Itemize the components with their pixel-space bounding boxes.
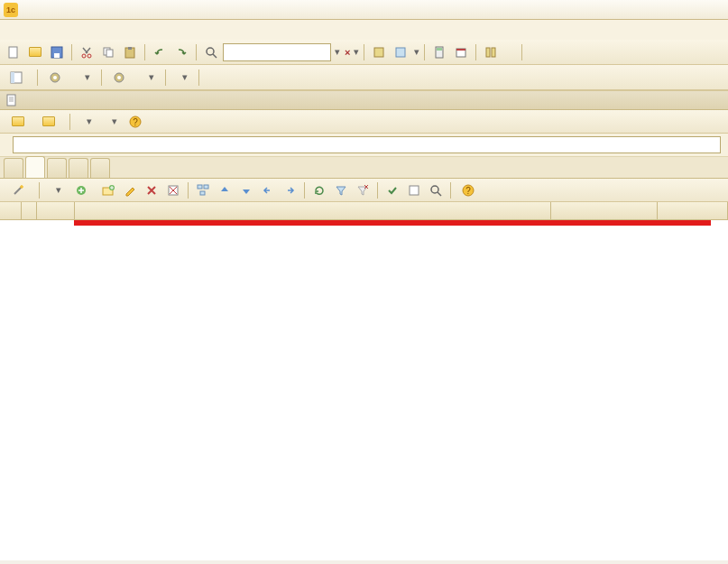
find-icon[interactable] [201, 42, 221, 62]
svg-rect-35 [410, 186, 419, 195]
col-selection-method[interactable] [658, 202, 728, 219]
help-icon: ? [462, 184, 475, 197]
mark-icon[interactable] [163, 180, 183, 200]
move-down-icon[interactable] [236, 180, 256, 200]
search-dropdown-icon[interactable]: ▾ [335, 46, 340, 58]
add-icon [76, 185, 87, 196]
menu-edit[interactable] [18, 28, 29, 32]
level-down-icon[interactable] [280, 180, 299, 200]
undo-icon[interactable] [150, 42, 170, 62]
tool-a-icon[interactable] [369, 42, 389, 62]
svg-rect-34 [200, 191, 205, 195]
save-rules-button[interactable] [5, 112, 34, 132]
menu-bar [0, 20, 728, 40]
new-icon[interactable] [4, 42, 23, 62]
folder-open-icon [42, 116, 55, 126]
svg-point-36 [431, 186, 438, 193]
paste-icon[interactable] [120, 42, 140, 62]
menu-service[interactable] [56, 28, 67, 32]
main-toolbar: ▾ × ▾ ▾ [0, 40, 728, 65]
help-icon[interactable]: ? [125, 112, 145, 132]
svg-rect-16 [456, 49, 465, 51]
document-toolbar: ▾ ▾ ? [0, 110, 728, 134]
svg-point-22 [53, 76, 57, 79]
hierarchy-icon[interactable] [193, 180, 213, 200]
col-tree[interactable] [22, 202, 38, 219]
calc-icon[interactable] [429, 42, 449, 62]
find-row-icon[interactable] [426, 180, 446, 200]
app-logo-icon: 1c [4, 3, 18, 17]
gear-icon [49, 71, 61, 84]
svg-rect-12 [396, 48, 405, 57]
svg-rect-2 [54, 53, 60, 58]
doc-service-button[interactable]: ▾ [100, 112, 124, 132]
exchange-rules-button[interactable]: ▾ [73, 68, 97, 88]
search-clear-icon[interactable]: × [345, 47, 350, 58]
setup-reg-rules-button[interactable] [106, 68, 135, 88]
tab-cleanup-rules[interactable] [69, 158, 88, 178]
svg-rect-17 [486, 48, 490, 57]
actions-button[interactable]: ▾ [44, 180, 68, 200]
refresh-icon[interactable] [309, 180, 329, 200]
col-marker[interactable] [0, 202, 22, 219]
svg-rect-25 [7, 95, 15, 106]
tab-algorithms-queries[interactable] [90, 158, 110, 178]
cut-icon[interactable] [77, 42, 97, 62]
wand-icon [12, 184, 24, 197]
menu-help[interactable] [81, 28, 92, 32]
tab-object-conversion-rules[interactable] [4, 158, 23, 178]
move-up-icon[interactable] [215, 180, 235, 200]
search-input[interactable] [223, 43, 331, 61]
svg-text:?: ? [465, 186, 471, 196]
filter-icon[interactable] [331, 180, 351, 200]
grid-header [0, 202, 728, 220]
menu-windows[interactable] [69, 28, 79, 32]
clear-filter-icon[interactable] [353, 180, 373, 200]
load-rules-button[interactable] [36, 112, 65, 132]
menu-catalogs[interactable] [43, 28, 54, 32]
add-button[interactable] [69, 180, 97, 200]
document-header [0, 90, 728, 110]
menu-file[interactable] [5, 28, 16, 32]
conversion-input[interactable] [13, 136, 721, 153]
level-up-icon[interactable] [258, 180, 278, 200]
setup-exchange-rules-button[interactable] [42, 68, 71, 88]
svg-rect-6 [106, 50, 113, 57]
panel-functions-button[interactable] [4, 68, 32, 88]
redo-icon[interactable] [171, 42, 191, 62]
check-icon[interactable] [382, 180, 402, 200]
col-off[interactable] [37, 202, 74, 219]
title-bar: 1c [0, 0, 728, 20]
save-icon[interactable] [47, 42, 67, 62]
reg-rules-button[interactable]: ▾ [137, 68, 161, 88]
search-mode-dropdown-icon[interactable]: ▾ [354, 46, 359, 58]
edit-icon[interactable] [120, 180, 140, 200]
tool-b-icon[interactable] [391, 42, 410, 62]
app-toolbar: ▾ ▾ ▾ [0, 65, 728, 90]
add-folder-icon[interactable] [98, 180, 118, 200]
svg-line-10 [213, 54, 217, 58]
tab-search-objects[interactable] [47, 158, 67, 178]
gear-icon [113, 71, 125, 84]
svg-rect-20 [11, 72, 14, 83]
create-export-rules-button[interactable] [5, 180, 34, 200]
props-icon[interactable] [481, 42, 501, 62]
open-icon[interactable] [25, 42, 45, 62]
delete-icon[interactable] [142, 180, 161, 200]
tab-data-export-rules[interactable] [25, 156, 45, 178]
menu-operations[interactable] [31, 28, 41, 32]
tool-b-dropdown-icon[interactable]: ▾ [414, 46, 419, 58]
configurations-button[interactable]: ▾ [170, 68, 194, 88]
col-rule-name[interactable] [75, 202, 552, 219]
debug-handlers-button[interactable]: ▾ [75, 112, 98, 132]
svg-point-9 [207, 48, 214, 55]
copy-icon[interactable] [98, 42, 118, 62]
grid[interactable] [0, 202, 728, 560]
svg-text:?: ? [133, 117, 138, 127]
grid-help-button[interactable]: ? [456, 180, 484, 200]
svg-rect-32 [198, 185, 202, 189]
svg-rect-0 [9, 47, 17, 58]
col-selection-object[interactable] [551, 202, 657, 219]
uncheck-icon[interactable] [404, 180, 424, 200]
calendar-icon[interactable] [451, 42, 471, 62]
